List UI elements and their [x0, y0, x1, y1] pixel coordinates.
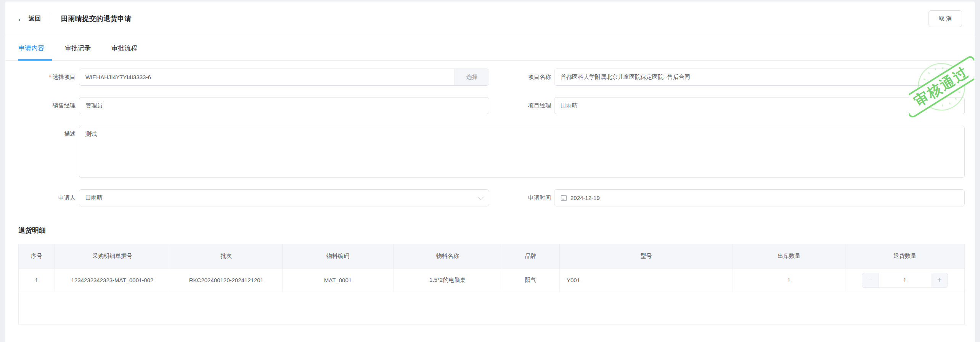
- col-batch: 批次: [170, 244, 283, 268]
- required-asterisk: *: [49, 74, 51, 80]
- project-manager-value: 田雨晴: [561, 102, 578, 109]
- cell-model: Y001: [560, 268, 733, 292]
- apply-time-value: 2024-12-19: [570, 195, 600, 201]
- project-manager-label: 项目经理: [489, 102, 551, 109]
- description-value: 测试: [85, 131, 97, 138]
- tab-approval-records[interactable]: 审批记录: [65, 44, 91, 60]
- cancel-button[interactable]: 取 消: [929, 10, 962, 27]
- application-form: *选择项目 WIEHAHJI4Y7YI4I3333-6 选择 项目名称 首都医科…: [5, 61, 975, 206]
- applicant-select[interactable]: 田雨晴: [79, 189, 489, 206]
- calendar-icon: [561, 195, 567, 201]
- description-textarea[interactable]: 测试: [79, 126, 965, 178]
- back-label: 返回: [29, 15, 41, 23]
- col-material-name: 物料名称: [393, 244, 502, 268]
- minus-icon[interactable]: −: [862, 273, 879, 288]
- project-name-field[interactable]: 首都医科大学附属北京儿童医院保定医院--售后合同: [554, 69, 965, 86]
- table-row: 1 1234232342323-MAT_0001-002 RKC20240012…: [19, 268, 964, 292]
- sales-manager-field[interactable]: 管理员: [79, 97, 489, 114]
- project-name-value: 首都医科大学附属北京儿童医院保定医院--售后合同: [561, 74, 690, 81]
- col-return-qty: 退货数量: [845, 244, 964, 268]
- col-model: 型号: [560, 244, 733, 268]
- col-brand: 品牌: [502, 244, 559, 268]
- return-details-table: 序号 采购明细单据号 批次 物料编码 物料名称 品牌 型号 出库数量 退货数量 …: [18, 244, 965, 324]
- project-code-value: WIEHAHJI4Y7YI4I3333-6: [79, 74, 455, 80]
- cell-batch: RKC202400120-2024121201: [170, 268, 283, 292]
- project-manager-field[interactable]: 田雨晴: [554, 97, 965, 114]
- cell-material-name: 1.5*2的电脑桌: [393, 268, 502, 292]
- title-divider: [51, 15, 51, 22]
- form-row-2: 销售经理 管理员 项目经理 田雨晴: [5, 97, 975, 114]
- cell-seq: 1: [19, 268, 55, 292]
- col-po-line-no: 采购明细单据号: [55, 244, 170, 268]
- details-section-title: 退货明细: [18, 226, 975, 235]
- return-application-page: ← 返回 田雨晴提交的退货申请 取 消 申请内容 审批记录 审批流程 *选择项目…: [5, 2, 975, 342]
- cell-brand: 阳气: [502, 268, 559, 292]
- back-button[interactable]: ← 返回: [17, 15, 41, 23]
- page-title: 田雨晴提交的退货申请: [61, 14, 132, 23]
- form-row-1: *选择项目 WIEHAHJI4Y7YI4I3333-6 选择 项目名称 首都医科…: [5, 69, 975, 86]
- col-outbound-qty: 出库数量: [733, 244, 845, 268]
- sales-manager-label: 销售经理: [5, 102, 76, 109]
- sales-manager-value: 管理员: [85, 102, 103, 109]
- apply-time-label: 申请时间: [489, 194, 551, 201]
- form-row-4: 申请人 田雨晴 申请时间 2024-12-19: [5, 189, 975, 206]
- project-select-button[interactable]: 选择: [455, 69, 489, 85]
- cell-material-code: MAT_0001: [283, 268, 393, 292]
- applicant-value: 田雨晴: [85, 194, 103, 201]
- project-name-label: 项目名称: [489, 74, 551, 81]
- applicant-label: 申请人: [5, 194, 76, 201]
- col-seq: 序号: [19, 244, 55, 268]
- return-qty-stepper[interactable]: − 1 +: [862, 273, 948, 288]
- chevron-down-icon: [478, 194, 484, 200]
- return-qty-input[interactable]: 1: [879, 273, 931, 288]
- tab-bar: 申请内容 审批记录 审批流程: [5, 36, 975, 61]
- project-code-label: *选择项目: [5, 74, 76, 81]
- tab-application-content[interactable]: 申请内容: [18, 44, 44, 60]
- topbar: ← 返回 田雨晴提交的退货申请 取 消: [5, 2, 975, 36]
- description-label: 描述: [5, 130, 76, 137]
- cell-outbound-qty: 1: [733, 268, 845, 292]
- back-arrow-icon: ←: [17, 15, 25, 22]
- form-row-3: 描述 测试: [5, 126, 975, 178]
- col-material-code: 物料编码: [283, 244, 393, 268]
- plus-icon[interactable]: +: [931, 273, 948, 288]
- cell-return-qty: − 1 +: [845, 268, 964, 292]
- tab-approval-flow[interactable]: 审批流程: [111, 44, 137, 60]
- apply-time-picker[interactable]: 2024-12-19: [554, 189, 965, 206]
- table-empty-area: [19, 292, 964, 324]
- cell-po-line-no: 1234232342323-MAT_0001-002: [55, 268, 170, 292]
- project-code-field[interactable]: WIEHAHJI4Y7YI4I3333-6 选择: [79, 69, 489, 86]
- table-header: 序号 采购明细单据号 批次 物料编码 物料名称 品牌 型号 出库数量 退货数量: [19, 244, 964, 268]
